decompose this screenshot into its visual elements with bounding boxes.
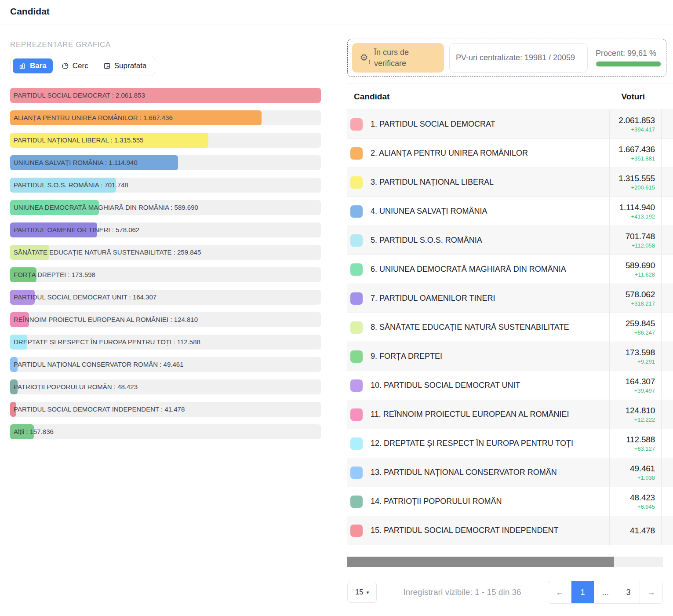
table-row[interactable]: 8. SĂNĂTATE EDUCAȚIE NATURĂ SUSTENABILIT… [347,313,673,342]
votes-value: 1.667.436 [610,145,655,154]
chart-bar-row[interactable]: REÎNNOIM PROIECTUL EUROPEAN AL ROMÂNIEI … [10,312,321,327]
votes-delta: +1.038 [610,474,655,481]
chart-bar-label: PARTIDUL SOCIAL DEMOCRAT INDEPENDENT : 4… [14,402,185,417]
table-row[interactable]: 2. ALIANȚA PENTRU UNIREA ROMÂNILOR 1.667… [347,139,673,168]
chart-bar-row[interactable]: PARTIDUL S.O.S. ROMÂNIA : 701.748 [10,178,321,193]
votes-value: 589.690 [610,261,655,270]
chart-bar-row[interactable]: PARTIDUL SOCIAL DEMOCRAT INDEPENDENT : 4… [10,402,321,417]
chart-bar-row[interactable]: ALIANȚA PENTRU UNIREA ROMÂNILOR : 1.667.… [10,110,321,125]
table-row[interactable]: 7. PARTIDUL OAMENILOR TINERI 578.062 +31… [347,284,673,313]
chart-bar-label: PARTIDUL NAȚIONAL LIBERAL : 1.315.555 [14,133,143,148]
votes-cell: 2.061.853 +394.417 [610,110,662,139]
percent-label: Procent: 99,61 % [596,49,662,58]
visible-records-info: Inregistrari vizibile: 1 - 15 din 36 [377,587,548,597]
votes-value: 48.423 [610,493,655,503]
chart-bar-row[interactable]: SĂNĂTATE EDUCAȚIE NATURĂ SUSTENABILITATE… [10,245,321,260]
votes-value: 259.845 [610,319,655,328]
chart-bar-row[interactable]: UNIUNEA SALVAȚI ROMÂNIA : 1.114.940 [10,155,321,170]
pagination-controls: ← 1 ... 3 → [548,581,663,604]
clipped-column [662,313,673,342]
horizontal-scrollbar-thumb[interactable] [347,557,614,567]
table-row[interactable]: 13. PARTIDUL NAȚIONAL CONSERVATOR ROMÂN … [347,458,673,487]
chart-bar-row[interactable]: PARTIDUL SOCIAL DEMOCRAT : 2.061.853 [10,88,321,103]
page-size-value: 15 [355,588,364,597]
clipped-column [662,371,673,400]
table-row[interactable]: 4. UNIUNEA SALVAȚI ROMÂNIA 1.114.940 +41… [347,197,673,226]
party-color-swatch [350,118,363,131]
votes-cell: 48.423 +6.945 [610,487,662,516]
tab-bara[interactable]: Bara [13,58,53,73]
column-header-voturi: Voturi [610,92,662,102]
chart-bar-row[interactable]: UNIUNEA DEMOCRATĂ MAGHIARĂ DIN ROMÂNIA :… [10,200,321,215]
chart-bar-row[interactable]: PARTIDUL NAȚIONAL CONSERVATOR ROMÂN : 49… [10,357,321,372]
pagination-page-3-button[interactable]: 3 [617,581,640,603]
table-row[interactable]: 9. FORȚA DREPTEI 173.598 +9.291 [347,342,673,371]
tab-bara-label: Bara [30,62,47,70]
table-row[interactable]: 10. PARTIDUL SOCIAL DEMOCRAT UNIT 164.30… [347,371,673,400]
table-row[interactable]: 3. PARTIDUL NAȚIONAL LIBERAL 1.315.555 +… [347,168,673,197]
candidate-cell: 10. PARTIDUL SOCIAL DEMOCRAT UNIT [347,371,610,400]
table-row[interactable]: 5. PARTIDUL S.O.S. ROMÂNIA 701.748 +112.… [347,226,673,255]
pagination-prev-button[interactable]: ← [548,581,571,603]
votes-cell: 578.062 +318.217 [610,284,662,313]
table-row[interactable]: 15. PARTIDUL SOCIAL DEMOCRAT INDEPENDENT… [347,516,673,545]
chart-bar-label: PARTIDUL OAMENILOR TINERI : 578.062 [14,222,139,237]
table-row[interactable]: 11. REÎNNOIM PROIECTUL EUROPEAN AL ROMÂN… [347,400,673,429]
chart-bar-label: UNIUNEA SALVAȚI ROMÂNIA : 1.114.940 [14,155,138,170]
pagination-next-button[interactable]: → [640,581,662,603]
votes-delta: +11.628 [610,271,655,278]
chart-bar-label: PARTIDUL S.O.S. ROMÂNIA : 701.748 [14,178,128,193]
party-name: 6. UNIUNEA DEMOCRATĂ MAGHIARĂ DIN ROMÂNI… [371,265,566,274]
party-name: 2. ALIANȚA PENTRU UNIREA ROMÂNILOR [371,149,528,158]
candidate-cell: 5. PARTIDUL S.O.S. ROMÂNIA [347,226,610,255]
chart-bar-label: REÎNNOIM PROIECTUL EUROPEAN AL ROMÂNIEI … [14,312,198,327]
page-title: Candidat [10,6,50,17]
chart-bar-label: UNIUNEA DEMOCRATĂ MAGHIARĂ DIN ROMÂNIA :… [14,200,198,215]
table-row[interactable]: 14. PATRIOȚII POPORULUI ROMÂN 48.423 +6.… [347,487,673,516]
horizontal-scrollbar[interactable] [347,557,663,567]
chart-bar-row[interactable]: PARTIDUL NAȚIONAL LIBERAL : 1.315.555 [10,133,321,148]
party-name: 9. FORȚA DREPTEI [371,352,442,361]
chevron-down-icon: ▾ [367,590,369,595]
table-row[interactable]: 12. DREPTATE ȘI RESPECT ÎN EUROPA PENTRU… [347,429,673,458]
bar-chart-icon [19,62,26,69]
chart-bar-row[interactable]: DREPTATE ȘI RESPECT ÎN EUROPA PENTRU TOȚ… [10,335,321,350]
votes-cell: 1.114.940 +413.192 [610,197,662,226]
party-name: 1. PARTIDUL SOCIAL DEMOCRAT [371,120,495,129]
chart-bar-row[interactable]: PATRIOȚII POPORULUI ROMÂN : 48.423 [10,379,321,394]
chart-bar-row[interactable]: FORȚA DREPTEI : 173.598 [10,267,321,282]
votes-value: 49.461 [610,464,655,474]
candidate-cell: 9. FORȚA DREPTEI [347,342,610,371]
table-row[interactable]: 1. PARTIDUL SOCIAL DEMOCRAT 2.061.853 +3… [347,110,673,139]
candidate-cell: 15. PARTIDUL SOCIAL DEMOCRAT INDEPENDENT [347,516,610,545]
tab-suprafata[interactable]: Suprafata [97,58,153,73]
votes-delta: +9.291 [610,358,655,365]
pagination-page-1-button[interactable]: 1 [571,581,594,603]
gear-alert-icon: ⚙! [358,51,370,64]
votes-cell: 589.690 +11.628 [610,255,662,284]
votes-cell: 701.748 +112.058 [610,226,662,255]
tab-cerc[interactable]: Cerc [55,58,95,73]
chart-bar-row[interactable]: Alții : 157.836 [10,424,321,439]
candidate-cell: 4. UNIUNEA SALVAȚI ROMÂNIA [347,197,610,226]
chart-bar-row[interactable]: PARTIDUL OAMENILOR TINERI : 578.062 [10,222,321,237]
party-name: 7. PARTIDUL OAMENILOR TINERI [371,294,495,303]
pagination-ellipsis-button[interactable]: ... [594,581,617,603]
votes-value: 1.114.940 [610,203,655,212]
votes-delta: +6.945 [610,503,655,510]
clipped-column [662,255,673,284]
percent-progress-fill [596,62,661,66]
chart-bar-label: ALIANȚA PENTRU UNIREA ROMÂNILOR : 1.667.… [14,110,173,125]
votes-cell: 1.667.436 +351.881 [610,139,662,168]
table-row[interactable]: 6. UNIUNEA DEMOCRATĂ MAGHIARĂ DIN ROMÂNI… [347,255,673,284]
status-box: ⚙! În curs de verificare PV-uri centrali… [347,39,666,77]
chart-bar-row[interactable]: PARTIDUL SOCIAL DEMOCRAT UNIT : 164.307 [10,290,321,305]
candidate-cell: 12. DREPTATE ȘI RESPECT ÎN EUROPA PENTRU… [347,429,610,458]
party-color-swatch [350,467,363,479]
page-size-dropdown[interactable]: 15 ▾ [347,582,377,603]
party-name: 11. REÎNNOIM PROIECTUL EUROPEAN AL ROMÂN… [371,410,569,419]
chart-bar-label: SĂNĂTATE EDUCAȚIE NATURĂ SUSTENABILITATE… [14,245,201,260]
votes-value: 41.478 [610,526,655,536]
votes-delta: +413.192 [610,213,655,220]
candidate-cell: 6. UNIUNEA DEMOCRATĂ MAGHIARĂ DIN ROMÂNI… [347,255,610,284]
